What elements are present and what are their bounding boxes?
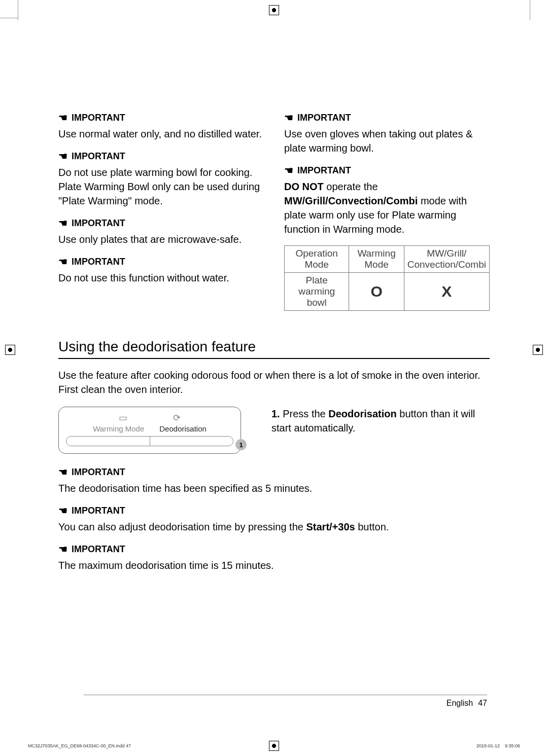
pointer-icon: ☛ xyxy=(284,112,293,124)
pointer-icon: ☛ xyxy=(58,543,67,555)
table-cell: X xyxy=(404,273,489,311)
pointer-icon: ☛ xyxy=(58,505,67,517)
pointer-icon: ☛ xyxy=(58,150,67,162)
deodorisation-icon: ⟳ xyxy=(173,412,181,423)
important-text: Use normal water only, and no distilled … xyxy=(58,127,264,141)
warming-icon: ▭ xyxy=(119,412,127,423)
deodorisation-bold: Deodorisation xyxy=(328,408,396,419)
table-cell: O xyxy=(349,273,404,311)
important-label: IMPORTANT xyxy=(72,506,125,516)
table-row: Operation Mode Warming Mode MW/Grill/ Co… xyxy=(285,246,490,273)
important-heading: ☛ IMPORTANT xyxy=(58,466,490,478)
pointer-icon: ☛ xyxy=(58,112,67,124)
control-dial xyxy=(66,436,233,446)
important-label: IMPORTANT xyxy=(72,257,125,267)
pointer-icon: ☛ xyxy=(58,217,67,229)
important-heading: ☛ IMPORTANT xyxy=(58,150,264,162)
trim-line xyxy=(0,18,18,18)
important-heading: ☛ IMPORTANT xyxy=(284,112,490,124)
step-text: 1. Press the Deodorisation button than i… xyxy=(271,407,490,435)
trim-line xyxy=(530,0,530,20)
important-text: The deodorisation time has been specifie… xyxy=(58,481,490,495)
important-label: IMPORTANT xyxy=(72,218,125,229)
important-heading: ☛ IMPORTANT xyxy=(58,112,264,124)
text: button. xyxy=(355,521,389,532)
important-text: You can also adjust deodorisation time b… xyxy=(58,520,490,534)
text: operate the xyxy=(324,181,378,192)
important-label: IMPORTANT xyxy=(297,113,351,123)
print-meta-filename: MC32J7035AK_EG_DE68-04334C-00_EN.indd 47 xyxy=(28,743,131,748)
footer-page-number: 47 xyxy=(478,699,487,708)
page-content: ☛ IMPORTANT Use normal water only, and n… xyxy=(25,20,523,736)
important-label: IMPORTANT xyxy=(72,113,125,123)
table-header: MW/Grill/ Convection/Combi xyxy=(404,246,489,273)
important-heading: ☛ IMPORTANT xyxy=(58,543,490,555)
important-heading: ☛ IMPORTANT xyxy=(58,217,264,229)
important-heading: ☛ IMPORTANT xyxy=(58,256,264,268)
right-column: ☛ IMPORTANT Use oven gloves when taking … xyxy=(284,112,490,311)
important-text: Do not use this function without water. xyxy=(58,271,264,285)
print-meta-date: 2015-01-12 9:35:06 xyxy=(476,743,520,748)
important-heading: ☛ IMPORTANT xyxy=(284,164,490,176)
important-text: Do not use plate warming bowl for cookin… xyxy=(58,165,264,208)
control-label-warming: Warming Mode xyxy=(93,424,144,433)
text: You can also adjust deodorisation time b… xyxy=(58,521,306,532)
crop-mark-left xyxy=(5,345,15,355)
pointer-icon: ☛ xyxy=(58,256,67,268)
pointer-icon: ☛ xyxy=(284,164,293,176)
section-title: Using the deodorisation feature xyxy=(58,339,490,359)
control-label-deodorisation: Deodorisation xyxy=(159,424,207,433)
footer-language: English xyxy=(447,699,473,708)
do-not-bold: DO NOT xyxy=(284,181,324,192)
mode-bold: MW/Grill/Convection/Combi xyxy=(284,195,418,206)
start-button-bold: Start/+30s xyxy=(306,521,355,532)
important-label: IMPORTANT xyxy=(72,467,125,478)
page-footer: English 47 xyxy=(447,699,487,708)
footer-line xyxy=(84,695,487,695)
important-text: Use only plates that are microwave-safe. xyxy=(58,232,264,246)
important-heading: ☛ IMPORTANT xyxy=(58,505,490,517)
table-row: Plate warming bowl O X xyxy=(285,273,490,311)
trim-line xyxy=(18,0,18,20)
important-label: IMPORTANT xyxy=(72,151,125,162)
callout-number: 1 xyxy=(235,439,247,450)
table-header: Operation Mode xyxy=(285,246,349,273)
text: Press the xyxy=(280,408,329,419)
table-header: Warming Mode xyxy=(349,246,404,273)
step-number: 1. xyxy=(271,408,280,419)
important-text: The maximum deodorisation time is 15 min… xyxy=(58,558,490,572)
control-panel-diagram: ▭ ⟳ Warming Mode Deodorisation 1 xyxy=(58,407,241,454)
operation-table: Operation Mode Warming Mode MW/Grill/ Co… xyxy=(284,245,490,311)
crop-mark-right xyxy=(533,345,543,355)
table-cell: Plate warming bowl xyxy=(285,273,349,311)
crop-mark-bottom xyxy=(269,741,279,751)
pointer-icon: ☛ xyxy=(58,466,67,478)
important-text: Use oven gloves when taking out plates &… xyxy=(284,127,490,155)
section-intro: Use the feature after cooking odorous fo… xyxy=(58,368,490,397)
important-label: IMPORTANT xyxy=(72,544,125,555)
important-label: IMPORTANT xyxy=(297,165,351,176)
crop-mark-top xyxy=(269,5,279,15)
important-text: DO NOT operate the MW/Grill/Convection/C… xyxy=(284,179,490,236)
left-column: ☛ IMPORTANT Use normal water only, and n… xyxy=(58,112,264,311)
